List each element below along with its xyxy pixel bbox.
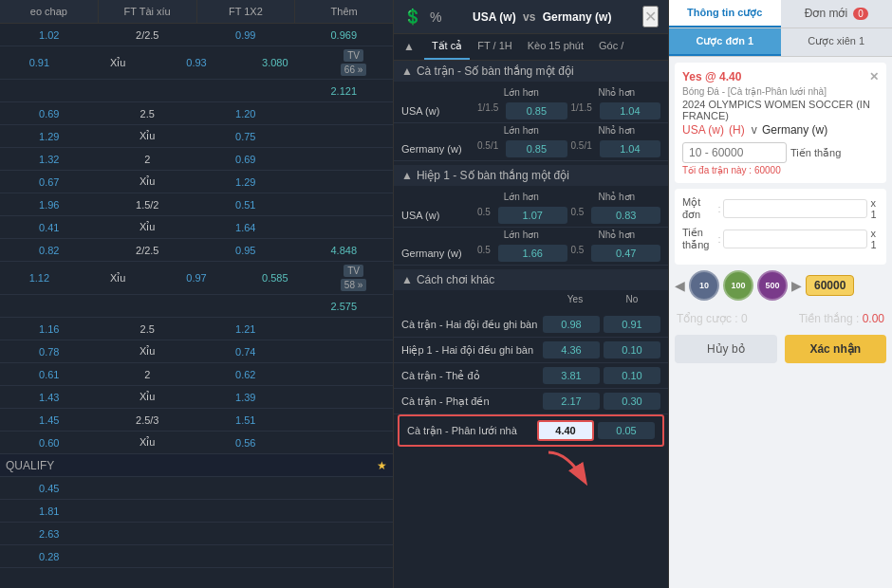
odds-cell[interactable]: 1.81 [0, 504, 99, 519]
odds-cell[interactable]: 3.080 [235, 55, 314, 70]
tv-badge[interactable]: TV66 » [314, 46, 393, 79]
odds-cell[interactable]: 0.91 [0, 55, 79, 70]
expand-icon2[interactable]: ▲ [401, 169, 413, 182]
tab-ft1h[interactable]: FT / 1H [470, 34, 519, 60]
tab-all[interactable]: Tất cả [424, 34, 470, 60]
odds-cell[interactable]: 1.20 [196, 106, 295, 121]
odds-cell [295, 441, 394, 445]
odds-cell[interactable]: 1.45 [0, 413, 99, 428]
odds-cell[interactable]: 0.28 [0, 549, 99, 564]
yes-odds-3[interactable]: 3.81 [543, 367, 600, 384]
odds-cell[interactable]: 0.75 [196, 129, 295, 144]
yes-odds-5-highlighted[interactable]: 4.40 [537, 420, 594, 441]
expand-icon3[interactable]: ▲ [401, 273, 413, 286]
odds-cell[interactable]: 0.51 [196, 197, 295, 212]
odds-cell[interactable]: 1.12 [0, 270, 79, 285]
odds-cell[interactable]: 0.61 [0, 367, 99, 382]
odds-cell[interactable]: 1.96 [0, 197, 99, 212]
odds-cell: 2 [99, 367, 197, 382]
odds-cell[interactable]: 0.97 [158, 270, 236, 285]
odds-cell[interactable]: 1.64 [196, 220, 295, 235]
odds-btn[interactable]: 0.83 [591, 207, 660, 224]
bet-label: Cà trận - Hai đội đều ghi bàn [401, 319, 539, 331]
no-odds-3[interactable]: 0.10 [604, 367, 660, 384]
odds-cell[interactable]: 0.56 [196, 435, 295, 450]
odds-cell[interactable]: 1.02 [0, 28, 99, 43]
odds-cell[interactable]: 1.29 [0, 129, 99, 144]
odds-cell[interactable]: 0.74 [196, 344, 295, 359]
odds-cell[interactable]: 0.62 [196, 367, 295, 382]
yes-odds-2[interactable]: 4.36 [543, 341, 600, 358]
odds-cell[interactable]: 1.29 [196, 175, 295, 190]
star-icon[interactable]: ★ [377, 459, 387, 472]
table-row: 1.02 2/2.5 0.99 0.969 [0, 24, 393, 46]
odds-cell[interactable]: 2.63 [0, 526, 99, 542]
no-odds-5[interactable]: 0.05 [598, 422, 655, 439]
odds-cell[interactable]: 0.60 [0, 435, 99, 450]
odds-cell[interactable]: 0.45 [0, 481, 99, 496]
close-bet-button[interactable]: ✕ [869, 70, 879, 83]
table-row: 1.96 1.5/2 0.51 [0, 193, 393, 216]
odds-btn[interactable]: 1.07 [498, 207, 567, 224]
chip-next-button[interactable]: ▶ [791, 278, 802, 293]
odds-cell[interactable]: 0.82 [0, 243, 99, 258]
odds-cell[interactable]: 0.41 [0, 220, 99, 235]
odds-cell[interactable]: 2.121 [295, 83, 394, 99]
odds-cell[interactable]: 1.21 [196, 322, 295, 337]
match-title: USA (w) vs Germany (w) [473, 10, 611, 24]
odds-btn[interactable]: 0.85 [506, 102, 567, 119]
odds-btn[interactable]: 1.04 [600, 102, 660, 119]
collapse-icon[interactable]: ▲ [394, 34, 424, 60]
odds-btn[interactable]: 0.85 [506, 140, 567, 157]
odds-cell[interactable]: 1.32 [0, 152, 99, 167]
bet-amount-input[interactable] [682, 142, 787, 163]
close-match-button[interactable]: ✕ [642, 6, 659, 28]
form-input-1[interactable] [723, 199, 867, 218]
tab-bet-info[interactable]: Thông tin cược [669, 0, 781, 28]
middle-panel: 💲 % USA (w) vs Germany (w) ✕ ▲ Tất cả FT… [394, 0, 669, 588]
team1-label: USA (w) [401, 105, 477, 117]
expand-icon[interactable]: ▲ [401, 64, 413, 78]
tab-keo15[interactable]: Kèo 15 phút [520, 34, 591, 60]
odds-cell[interactable]: 1.39 [196, 390, 295, 405]
odds-cell[interactable]: 0.99 [196, 28, 295, 43]
sub-tab-parlay[interactable]: Cược xiên 1 [781, 28, 893, 56]
table-row: 2.575 [0, 295, 393, 318]
sub-tab-single[interactable]: Cược đơn 1 [669, 28, 781, 56]
odds-cell[interactable]: 0.585 [235, 270, 314, 285]
tv-badge[interactable]: TV58 » [314, 262, 393, 294]
odds-cell[interactable]: 0.969 [295, 28, 394, 43]
odds-cell[interactable]: 2.575 [295, 299, 394, 314]
tab-new-order[interactable]: Đơn mới 0 [781, 0, 893, 28]
chip-500[interactable]: 500 [757, 270, 788, 301]
odds-btn[interactable]: 1.66 [498, 245, 567, 262]
odds-cell[interactable]: 0.93 [158, 55, 236, 70]
no-odds-1[interactable]: 0.91 [604, 316, 660, 333]
odds-cell[interactable]: 0.78 [0, 344, 99, 359]
no-odds-4[interactable]: 0.30 [604, 393, 660, 410]
chip-prev-button[interactable]: ◀ [675, 278, 685, 293]
cancel-button[interactable]: Hủy bỏ [675, 335, 777, 363]
yes-odds-1[interactable]: 0.98 [543, 316, 600, 333]
odds-cell[interactable]: 0.69 [196, 152, 295, 167]
odds-cell[interactable]: 0.67 [0, 175, 99, 190]
odds-cell[interactable]: 0.95 [196, 243, 295, 258]
bet-form-row-1: Một đơn : x 1 [682, 196, 879, 221]
odds-cell[interactable]: 1.51 [196, 413, 295, 428]
confirm-button[interactable]: Xác nhận [785, 335, 887, 363]
yes-odds-4[interactable]: 2.17 [543, 393, 600, 410]
odds-cell[interactable]: 0.69 [0, 106, 99, 121]
odds-cell[interactable]: 1.16 [0, 322, 99, 337]
odds-btn[interactable]: 0.47 [591, 245, 660, 262]
odds-btn[interactable]: 1.04 [600, 140, 660, 157]
chip-amount-display[interactable]: 60000 [806, 275, 854, 296]
odds-cell[interactable]: 1.43 [0, 390, 99, 405]
no-odds-2[interactable]: 0.10 [604, 341, 660, 358]
form-input-2[interactable] [723, 230, 867, 248]
odds-grid2: 0.5/1 0.85 0.5/1 1.04 [477, 140, 660, 157]
tab-goc[interactable]: Góc / [591, 34, 631, 60]
chip-100[interactable]: 100 [723, 270, 753, 301]
chip-10[interactable]: 10 [689, 270, 719, 301]
section1-header: ▲ Cà trận - Số bàn thắng một đội [394, 61, 668, 82]
odds-cell[interactable]: 4.848 [295, 243, 394, 258]
